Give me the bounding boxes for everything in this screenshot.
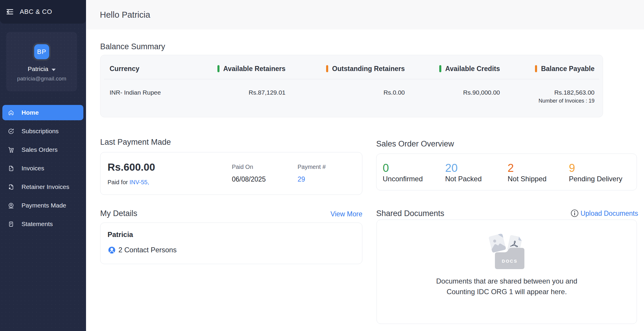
svg-text:DOCS: DOCS [502,258,517,264]
